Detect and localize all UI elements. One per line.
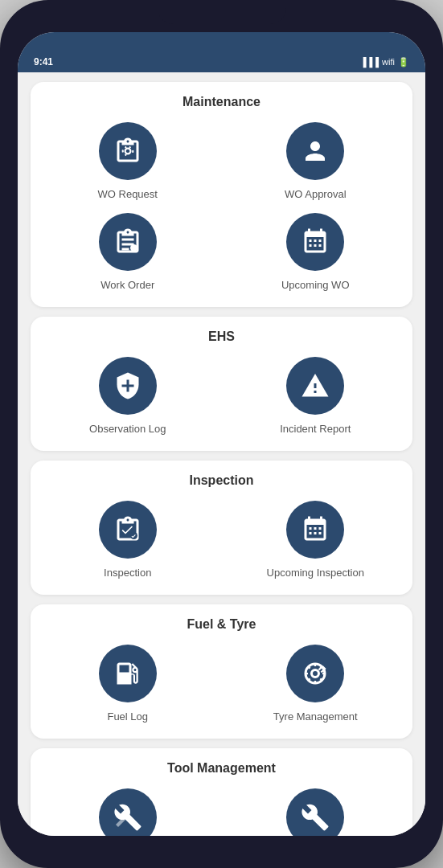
section-maintenance: Maintenance WO Request (31, 82, 412, 307)
status-icons: ▐▐▐ wifi 🔋 (360, 57, 409, 68)
upcoming-inspection-label: Upcoming Inspection (267, 567, 364, 579)
wo-request-label: WO Request (98, 188, 158, 200)
clipboard-check-icon (113, 515, 142, 544)
menu-item-tool-issue-return[interactable]: Tool Issue/Return (40, 788, 215, 836)
menu-item-work-order[interactable]: Work Order (40, 213, 215, 291)
wo-request-icon-circle (99, 122, 157, 180)
wo-approval-label: WO Approval (285, 188, 347, 200)
section-maintenance-title: Maintenance (40, 95, 403, 109)
section-inspection-title: Inspection (40, 473, 403, 488)
upcoming-wo-icon (301, 227, 330, 256)
menu-item-incident-report[interactable]: Incident Report (228, 357, 404, 435)
fuel-tyre-grid: Fuel Log Tyre Management (40, 645, 403, 723)
menu-item-tyre-management[interactable]: Tyre Management (228, 645, 404, 723)
signal-icon: ▐▐▐ (360, 57, 379, 67)
svg-point-3 (312, 670, 319, 678)
section-inspection: Inspection Inspection (31, 461, 412, 595)
status-time: 9:41 (34, 56, 53, 68)
tool-issue-return-icon-circle (99, 788, 157, 836)
tyre-management-icon-circle (286, 645, 344, 702)
section-fuel-tyre: Fuel & Tyre Fuel Log (31, 604, 412, 739)
observation-log-icon-circle (99, 357, 157, 415)
wo-approval-icon-circle (286, 122, 344, 180)
incident-report-label: Incident Report (280, 423, 351, 435)
status-bar: 9:41 ▐▐▐ wifi 🔋 (18, 32, 425, 72)
fuel-log-label: Fuel Log (107, 710, 148, 723)
inspection-label: Inspection (104, 567, 151, 579)
maintenance-grid: WO Request WO Approval (40, 122, 403, 291)
tyre-management-label: Tyre Management (273, 710, 358, 723)
phone-screen: 9:41 ▐▐▐ wifi 🔋 Maintenance (18, 32, 425, 836)
section-tool-management: Tool Management Tool Issue/Return (31, 748, 412, 836)
work-order-icon (113, 227, 142, 256)
tools-inventory-icon-circle (286, 788, 344, 836)
inspection-icon-circle (99, 501, 157, 559)
wo-request-icon (113, 137, 142, 166)
inspection-grid: Inspection Upcoming Inspection (40, 501, 403, 579)
section-fuel-tyre-title: Fuel & Tyre (40, 617, 403, 632)
tool-management-grid: Tool Issue/Return Tools Inventory (40, 788, 403, 836)
wifi-icon: wifi (382, 57, 395, 67)
wo-approval-icon (301, 137, 330, 166)
tools-wrench-icon (113, 803, 142, 832)
section-ehs-title: EHS (40, 330, 403, 344)
phone-notch (158, 0, 286, 24)
menu-item-observation-log[interactable]: Observation Log (40, 357, 215, 435)
phone-frame: 9:41 ▐▐▐ wifi 🔋 Maintenance (0, 0, 443, 868)
menu-item-upcoming-inspection[interactable]: Upcoming Inspection (228, 501, 404, 579)
tyre-wrench-icon (301, 659, 330, 688)
ehs-grid: Observation Log Incident Report (40, 357, 403, 435)
shield-plus-icon (113, 371, 142, 400)
work-order-label: Work Order (100, 279, 154, 291)
calendar-grid2-icon (301, 515, 330, 544)
work-order-icon-circle (99, 213, 157, 271)
menu-item-upcoming-wo[interactable]: Upcoming WO (228, 213, 404, 291)
menu-item-fuel-log[interactable]: Fuel Log (40, 645, 215, 723)
section-tool-management-title: Tool Management (40, 761, 403, 776)
fuel-pump-icon (113, 659, 142, 688)
wrench-single-icon (301, 803, 330, 832)
menu-item-wo-approval[interactable]: WO Approval (228, 122, 404, 200)
menu-item-inspection[interactable]: Inspection (40, 501, 215, 579)
triangle-exclaim-icon (301, 371, 330, 400)
battery-icon: 🔋 (398, 57, 409, 68)
upcoming-wo-icon-circle (286, 213, 344, 271)
fuel-log-icon-circle (99, 645, 157, 702)
incident-report-icon-circle (286, 357, 344, 415)
observation-log-label: Observation Log (89, 423, 166, 435)
main-scroll: Maintenance WO Request (18, 72, 425, 836)
menu-item-wo-request[interactable]: WO Request (40, 122, 215, 200)
upcoming-inspection-icon-circle (286, 501, 344, 559)
section-ehs: EHS Observation Log (31, 317, 412, 451)
menu-item-tools-inventory[interactable]: Tools Inventory (228, 788, 404, 836)
upcoming-wo-label: Upcoming WO (281, 279, 350, 291)
